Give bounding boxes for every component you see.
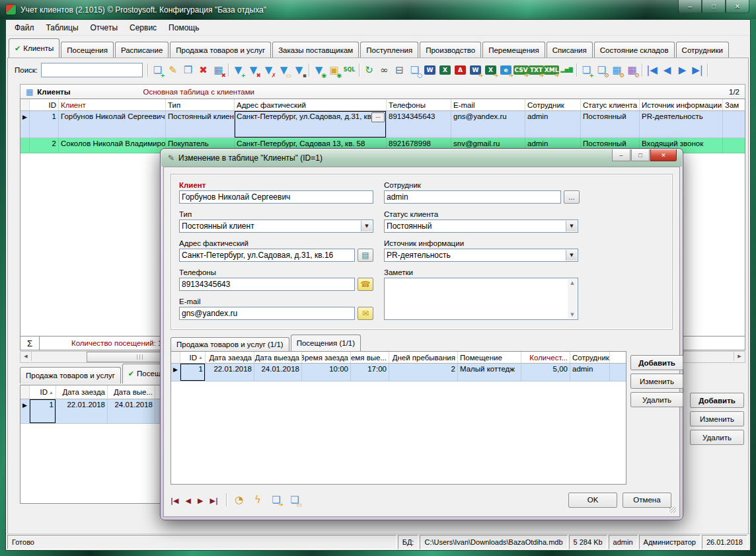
employee-lookup-button[interactable]: ... bbox=[564, 190, 580, 204]
notes-scrollbar[interactable]: ▲ ▼ bbox=[568, 279, 577, 319]
tab-clients[interactable]: ✔Клиенты bbox=[9, 38, 59, 58]
dtab-sales[interactable]: Продажа товаров и услуг (1/1) bbox=[170, 337, 289, 351]
dialog-close-button[interactable]: ✕ bbox=[650, 149, 677, 161]
dialog-add-button[interactable]: Добавить bbox=[630, 355, 683, 370]
record-next-icon[interactable]: ▶ bbox=[198, 496, 203, 505]
delete-record-icon[interactable]: ✖ bbox=[196, 63, 211, 78]
menu-help[interactable]: Помощь bbox=[163, 21, 205, 34]
merge-excel-icon[interactable]: X➔ bbox=[483, 63, 498, 78]
report-record-icon[interactable]: ❏▭ bbox=[287, 493, 302, 507]
grid-columns-icon[interactable]: ▦⚙ bbox=[624, 63, 640, 78]
dialog-minimize-button[interactable]: ‒ bbox=[612, 149, 630, 161]
cancel-button[interactable]: Отмена bbox=[623, 493, 671, 508]
copy-record-icon[interactable]: ❐ bbox=[180, 63, 196, 78]
resize-grip[interactable] bbox=[669, 506, 676, 513]
menu-tables[interactable]: Таблицы bbox=[40, 21, 85, 34]
export-pdf-icon[interactable]: A bbox=[453, 63, 468, 78]
refresh-icon[interactable]: ↻ bbox=[361, 63, 377, 78]
tab-writeoffs[interactable]: Списания bbox=[547, 42, 593, 58]
print-icon[interactable]: ⊟ bbox=[392, 63, 407, 78]
menu-file[interactable]: Файл bbox=[9, 21, 40, 34]
tab-supplier-orders[interactable]: Заказы поставщикам bbox=[272, 42, 359, 58]
nav-last-icon[interactable]: ▶| bbox=[690, 63, 705, 78]
dialog-delete-button[interactable]: Удалить bbox=[630, 392, 683, 407]
employee-field[interactable] bbox=[384, 190, 561, 204]
export-word-icon[interactable]: W bbox=[422, 63, 437, 78]
scroll-right-arrow[interactable]: ▶ bbox=[734, 352, 745, 361]
chart-icon[interactable]: ▂▅▇ bbox=[559, 63, 574, 78]
tab-employees[interactable]: Сотрудники bbox=[676, 42, 729, 58]
add-button[interactable]: Добавить bbox=[690, 393, 744, 408]
filter-save-icon[interactable]: ▼▪ bbox=[291, 63, 307, 78]
export-csv-icon[interactable]: CSV➔ bbox=[513, 63, 529, 78]
menu-reports[interactable]: Отчеты bbox=[85, 21, 124, 34]
folder-view-icon[interactable]: ▣◉ bbox=[326, 63, 342, 78]
menu-service[interactable]: Сервис bbox=[124, 21, 163, 34]
record-prev-icon[interactable]: ◀ bbox=[185, 496, 190, 505]
merge-word-icon[interactable]: W➔ bbox=[468, 63, 483, 78]
filter-view-icon[interactable]: ▼◉ bbox=[311, 63, 326, 78]
export-xml-icon[interactable]: XML➔ bbox=[544, 63, 559, 78]
scroll-left-arrow[interactable]: ◀ bbox=[20, 352, 32, 361]
client-field[interactable] bbox=[179, 190, 373, 204]
table-row[interactable]: ▶122.01.201824.01.201810:0017:002Малый к… bbox=[171, 364, 626, 381]
tab-transfers[interactable]: Перемещения bbox=[482, 42, 545, 58]
dialog-maximize-button[interactable]: □ bbox=[631, 149, 650, 161]
source-combobox[interactable]: PR-деятельность ▼ bbox=[384, 249, 578, 262]
search-input[interactable] bbox=[41, 63, 143, 77]
envelope-icon[interactable]: ✉ bbox=[358, 307, 373, 320]
address-book-button[interactable]: ▤ bbox=[358, 249, 373, 262]
export-txt-icon[interactable]: TXT➔ bbox=[529, 63, 544, 78]
dtab-visits[interactable]: Посещения (1/1) bbox=[291, 335, 361, 351]
address-field[interactable] bbox=[179, 249, 355, 262]
minimize-button[interactable]: ‒ bbox=[678, 0, 702, 13]
record-last-icon[interactable]: ▶| bbox=[209, 496, 217, 505]
find-icon[interactable]: ∞ bbox=[377, 63, 392, 78]
add-record-icon[interactable]: ❏+ bbox=[150, 63, 165, 78]
phone-icon[interactable]: ☎ bbox=[358, 278, 373, 291]
delete-rows-icon[interactable]: ▦✖ bbox=[211, 63, 226, 78]
chevron-down-icon[interactable]: ▼ bbox=[361, 221, 372, 231]
export-excel-icon[interactable]: X bbox=[437, 63, 453, 78]
tab-sales[interactable]: Продажа товаров и услуг bbox=[170, 42, 271, 58]
table-row[interactable]: ▶1Горбунов Николай СергеевичПостоянный к… bbox=[20, 111, 745, 138]
scroll-up-arrow[interactable]: ▲ bbox=[570, 280, 574, 286]
ok-button[interactable]: OK bbox=[568, 493, 617, 508]
quick-fill-icon[interactable]: ϟ bbox=[250, 493, 265, 507]
tab-warehouse-state[interactable]: Состояние складов bbox=[594, 42, 675, 58]
filter-clear-icon[interactable]: ▼✗ bbox=[261, 63, 276, 78]
notes-field[interactable]: ▲ ▼ bbox=[384, 278, 578, 320]
chevron-down-icon[interactable]: ▼ bbox=[566, 221, 577, 231]
edit-button[interactable]: Изменить bbox=[690, 411, 744, 426]
filter-add-icon[interactable]: ▼+ bbox=[231, 63, 246, 78]
tab-visits[interactable]: Посещения bbox=[61, 42, 114, 58]
record-first-icon[interactable]: |◀ bbox=[170, 496, 178, 505]
nav-next-icon[interactable]: ▶ bbox=[675, 63, 690, 78]
btab-sales[interactable]: Продажа товаров и услуг bbox=[20, 367, 121, 383]
ellipsis-button[interactable]: ... bbox=[371, 112, 385, 122]
chevron-down-icon[interactable]: ▼ bbox=[566, 250, 577, 260]
type-combobox[interactable]: Постоянный клиент ▼ bbox=[179, 219, 373, 233]
print-record-icon[interactable]: ❏➔ bbox=[269, 493, 284, 507]
scroll-down-arrow[interactable]: ▼ bbox=[570, 312, 574, 317]
grid-settings-icon[interactable]: ▦⚙ bbox=[609, 63, 624, 78]
email-field[interactable] bbox=[179, 307, 355, 320]
preview-icon[interactable]: ❏○ bbox=[407, 63, 422, 78]
status-combobox[interactable]: Постоянный ▼ bbox=[384, 219, 578, 233]
dialog-edit-button[interactable]: Изменить bbox=[630, 374, 683, 389]
sql-view-icon[interactable]: SQL bbox=[342, 63, 357, 78]
close-button[interactable]: ✕ bbox=[726, 0, 749, 13]
filter-open-icon[interactable]: ▼▭ bbox=[276, 63, 291, 78]
delete-button[interactable]: Удалить bbox=[690, 430, 744, 445]
nav-first-icon[interactable]: |◀ bbox=[644, 63, 660, 78]
tab-schedule[interactable]: Расписание bbox=[115, 42, 169, 58]
filter-remove-icon[interactable]: ▼✖ bbox=[246, 63, 261, 78]
tab-production[interactable]: Производство bbox=[420, 42, 481, 58]
edit-record-icon[interactable]: ✎ bbox=[165, 63, 180, 78]
nav-prev-icon[interactable]: ◀ bbox=[660, 63, 675, 78]
form-settings-icon[interactable]: ❏⚙ bbox=[594, 63, 609, 78]
history-icon[interactable]: ◔ bbox=[232, 493, 246, 507]
maximize-button[interactable]: □ bbox=[702, 0, 726, 13]
export-html-icon[interactable]: e➔ bbox=[498, 63, 513, 78]
tab-receipts[interactable]: Поступления bbox=[360, 42, 418, 58]
